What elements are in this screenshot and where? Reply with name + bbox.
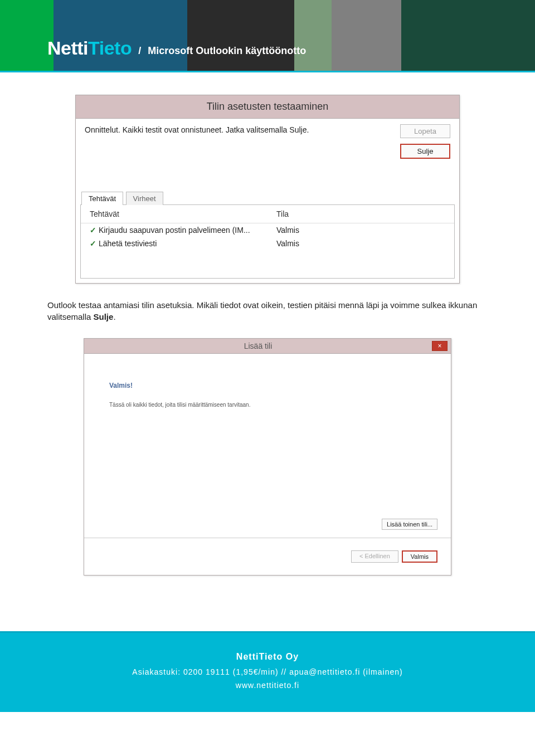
logo-part-tieto: Tieto (88, 37, 132, 58)
add-account-dialog: Lisää tili × Valmis! Tässä oli kaikki ti… (84, 338, 451, 575)
dialog2-body: Valmis! Tässä oli kaikki tiedot, joita t… (84, 354, 451, 538)
check-icon: ✓ (90, 226, 96, 235)
col-task-header: Tehtävät (81, 205, 268, 223)
finish-button[interactable]: Valmis (402, 550, 437, 563)
back-button: < Edellinen (351, 550, 398, 563)
logo-part-netti: Netti (47, 37, 88, 58)
footer-company: NettiTieto Oy (0, 652, 535, 662)
breadcrumb-slash: / (138, 45, 141, 57)
stop-button: Lopeta (400, 124, 450, 138)
page-title: Microsoft Outlookin käyttöönotto (148, 45, 306, 57)
add-another-account-button[interactable]: Lisää toinen tili... (382, 519, 437, 530)
task-label: Kirjaudu saapuvan postin palvelimeen (IM… (99, 226, 250, 235)
table-row: ✓Lähetä testiviesti Valmis (81, 237, 454, 250)
logo: NettiTieto (47, 37, 132, 59)
table-row: ✓Kirjaudu saapuvan postin palvelimeen (I… (81, 223, 454, 237)
page-header: NettiTieto / Microsoft Outlookin käyttöö… (0, 0, 535, 72)
finished-subtext: Tässä oli kaikki tiedot, joita tilisi mä… (109, 402, 426, 408)
footer-url: www.nettitieto.fi (0, 681, 535, 690)
dialog2-footer: < Edellinen Valmis (84, 538, 451, 575)
dialog-body: Onnittelut. Kaikki testit ovat onnistune… (76, 119, 459, 191)
close-button[interactable]: Sulje (400, 144, 450, 159)
finished-heading: Valmis! (109, 382, 426, 389)
tab-errors[interactable]: Virheet (126, 192, 163, 205)
task-label: Lähetä testiviesti (99, 239, 157, 248)
footer-support-line: Asiakastuki: 0200 19111 (1,95€/min) // a… (0, 667, 535, 676)
dialog-title: Tilin asetusten testaaminen (76, 95, 459, 119)
task-state: Valmis (268, 237, 397, 250)
dialog2-titlebar: Lisää tili × (84, 339, 451, 354)
success-message: Onnittelut. Kaikki testit ovat onnistune… (85, 125, 450, 134)
dialog-button-stack: Lopeta Sulje (400, 124, 450, 159)
tabs-row: Tehtävät Virheet (76, 191, 459, 204)
para-post: . (113, 312, 115, 321)
tab-tasks[interactable]: Tehtävät (81, 192, 123, 205)
dialog2-title: Lisää tili (84, 342, 432, 350)
test-settings-dialog: Tilin asetusten testaaminen Onnittelut. … (75, 95, 460, 284)
close-icon[interactable]: × (432, 341, 448, 351)
tasks-table: Tehtävät Tila ✓Kirjaudu saapuvan postin … (81, 205, 454, 278)
check-icon: ✓ (90, 239, 96, 248)
col-state-header: Tila (268, 205, 397, 223)
page-footer: NettiTieto Oy Asiakastuki: 0200 19111 (1… (0, 631, 535, 712)
instruction-paragraph: Outlook testaa antamiasi tilin asetuksia… (47, 299, 488, 323)
para-bold: Sulje (94, 312, 114, 321)
content-area: Tilin asetusten testaaminen Onnittelut. … (0, 72, 535, 609)
task-state: Valmis (268, 223, 397, 237)
tasks-panel: Tehtävät Tila ✓Kirjaudu saapuvan postin … (80, 204, 455, 279)
